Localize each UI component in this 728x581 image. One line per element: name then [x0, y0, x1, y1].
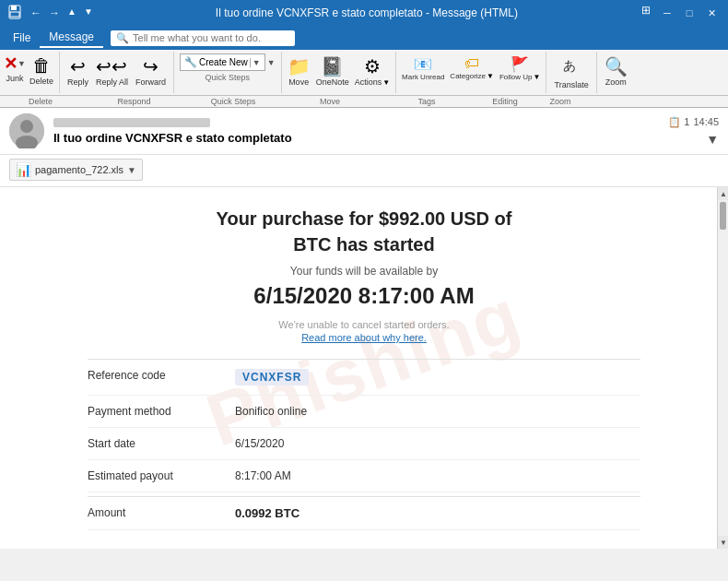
reference-row: Reference code VCNXFSR	[88, 360, 640, 396]
mark-unread-button[interactable]: 📧 Mark Unread	[400, 53, 446, 83]
email-meta: Il tuo ordine VCNXFSR e stato completato	[53, 118, 659, 145]
junk-x-icon: ✕	[4, 53, 18, 74]
actions-button[interactable]: ⚙ Actions ▼	[353, 53, 392, 89]
purchase-title: Your purchase for $992.00 USD of BTC has…	[88, 206, 640, 257]
back-arrow[interactable]: ←	[28, 6, 44, 19]
scroll-track	[718, 200, 728, 536]
forward-arrow[interactable]: →	[46, 6, 63, 19]
svg-text:あ: あ	[563, 58, 576, 73]
respond-section-label: Respond	[81, 96, 187, 107]
follow-up-label: Follow Up	[499, 73, 533, 81]
search-icon: 🔍	[116, 32, 129, 44]
reference-label: Reference code	[88, 369, 235, 385]
quick-steps-section-label: Quick Steps	[187, 96, 279, 107]
payment-value: Bonifico online	[235, 405, 307, 418]
scroll-thumb[interactable]	[720, 202, 726, 230]
email-body-container: Phishing Your purchase for $992.00 USD o…	[0, 187, 728, 549]
email-body: Phishing Your purchase for $992.00 USD o…	[0, 187, 728, 549]
reply-label: Reply	[67, 77, 88, 87]
reply-all-label: Reply All	[96, 77, 128, 87]
details-table: Reference code VCNXFSR Payment method Bo…	[88, 359, 640, 530]
multi-window-icon[interactable]: ⊞	[638, 4, 654, 22]
attachment-item[interactable]: 📊 pagamento_722.xls ▼	[9, 159, 143, 181]
menubar: File Message 🔍	[0, 26, 728, 50]
move-group: 📁 Move 📓 OneNote ⚙ Actions ▼	[282, 52, 396, 93]
estimated-payout-value: 8:17:00 AM	[235, 469, 291, 482]
search-input[interactable]	[133, 32, 262, 43]
forward-button[interactable]: ↪ Forward	[134, 53, 168, 89]
funds-subtitle: Your funds will be available by	[88, 265, 640, 278]
cancel-link[interactable]: Read more about why here.	[301, 332, 427, 343]
zoom-group: 🔍 Zoom	[597, 52, 635, 93]
translate-button[interactable]: あ Translate	[552, 53, 590, 91]
forward-icon: ↪	[143, 55, 159, 77]
payment-label: Payment method	[88, 405, 235, 418]
titlebar: ← → ▲ ▼ Il tuo ordine VCNXFSR e stato co…	[0, 0, 728, 26]
categorize-arrow[interactable]: ▼	[487, 72, 494, 80]
junk-button[interactable]: ✕ ▼ Junk	[4, 53, 26, 83]
ribbon: ✕ ▼ Junk 🗑 Delete ↩ Reply ↩↩ Reply All	[0, 50, 728, 96]
follow-up-button[interactable]: 🚩 Follow Up ▼	[498, 53, 543, 83]
delete-button[interactable]: 🗑 Delete	[28, 53, 55, 88]
email-content: Your purchase for $992.00 USD of BTC has…	[88, 206, 640, 530]
attachment-area: 📊 pagamento_722.xls ▼	[0, 155, 728, 187]
actions-icon: ⚙	[364, 55, 381, 77]
actions-label: Actions	[355, 77, 382, 87]
quick-steps-arrow[interactable]: ▼	[267, 58, 276, 67]
actions-arrow[interactable]: ▼	[382, 78, 390, 87]
start-date-value: 6/15/2020	[235, 437, 284, 450]
scrollbar[interactable]: ▲ ▼	[717, 187, 728, 549]
expand-icon[interactable]: ▼	[706, 132, 719, 147]
svg-rect-1	[11, 6, 17, 10]
follow-up-arrow[interactable]: ▼	[534, 73, 541, 81]
mark-unread-label: Mark Unread	[402, 73, 444, 81]
window-controls: ⊞ ─ □ ✕	[638, 4, 721, 22]
zoom-icon: 🔍	[605, 55, 628, 77]
onenote-label: OneNote	[316, 77, 349, 87]
zoom-button[interactable]: 🔍 Zoom	[603, 53, 629, 89]
menu-message[interactable]: Message	[40, 28, 103, 48]
delete-section-label: Delete	[0, 96, 81, 107]
attachment-filename: pagamento_722.xls	[35, 164, 123, 175]
email-counter-icon: 📋 1	[668, 116, 689, 128]
titlebar-left: ← → ▲ ▼	[7, 5, 96, 22]
nav-arrows: ← → ▲ ▼	[28, 6, 96, 19]
quick-steps-label: Quick Steps	[180, 73, 276, 82]
create-new-button[interactable]: 🔧 Create New ▼	[180, 53, 265, 71]
reply-all-button[interactable]: ↩↩ Reply All	[94, 53, 130, 89]
create-new-arrow[interactable]: ▼	[250, 58, 261, 67]
amount-row: Amount 0.0992 BTC	[88, 496, 640, 530]
up-arrow[interactable]: ▲	[65, 6, 79, 19]
start-date-row: Start date 6/15/2020	[88, 428, 640, 460]
move-button[interactable]: 📁 Move	[286, 53, 312, 89]
scroll-up-arrow[interactable]: ▲	[718, 187, 728, 200]
down-arrow[interactable]: ▼	[81, 6, 96, 19]
junk-dropdown-icon[interactable]: ▼	[18, 59, 26, 68]
translate-label: Translate	[554, 80, 588, 89]
maximize-button[interactable]: □	[680, 4, 699, 22]
payment-row: Payment method Bonifico online	[88, 396, 640, 428]
save-icon[interactable]	[7, 5, 22, 22]
start-date-label: Start date	[88, 437, 235, 450]
categorize-icon: 🏷	[464, 55, 479, 72]
amount-value: 0.0992 BTC	[235, 506, 299, 520]
cancel-note: We're unable to cancel started orders.	[278, 319, 449, 330]
close-button[interactable]: ✕	[702, 4, 721, 22]
delete-icon: 🗑	[32, 55, 51, 77]
attachment-dropdown-icon[interactable]: ▼	[127, 165, 136, 175]
scroll-down-arrow[interactable]: ▼	[718, 536, 728, 549]
ribbon-labels: Delete Respond Quick Steps Move Tags Edi…	[0, 96, 728, 108]
email-header-right: 📋 1 14:45 ▼	[668, 116, 719, 147]
move-section-label: Move	[279, 96, 381, 107]
categorize-button[interactable]: 🏷 Categorize ▼	[448, 53, 496, 82]
zoom-section-label: Zoom	[537, 96, 583, 107]
onenote-button[interactable]: 📓 OneNote	[314, 53, 351, 89]
reply-button[interactable]: ↩ Reply	[65, 53, 90, 89]
minimize-button[interactable]: ─	[658, 4, 676, 22]
respond-group: ↩ Reply ↩↩ Reply All ↪ Forward	[60, 52, 174, 93]
create-new-icon: 🔧	[184, 56, 197, 68]
search-box[interactable]: 🔍	[111, 30, 295, 46]
menu-file[interactable]: File	[4, 29, 40, 47]
follow-up-icon: 🚩	[511, 55, 529, 73]
move-icon: 📁	[288, 55, 311, 77]
